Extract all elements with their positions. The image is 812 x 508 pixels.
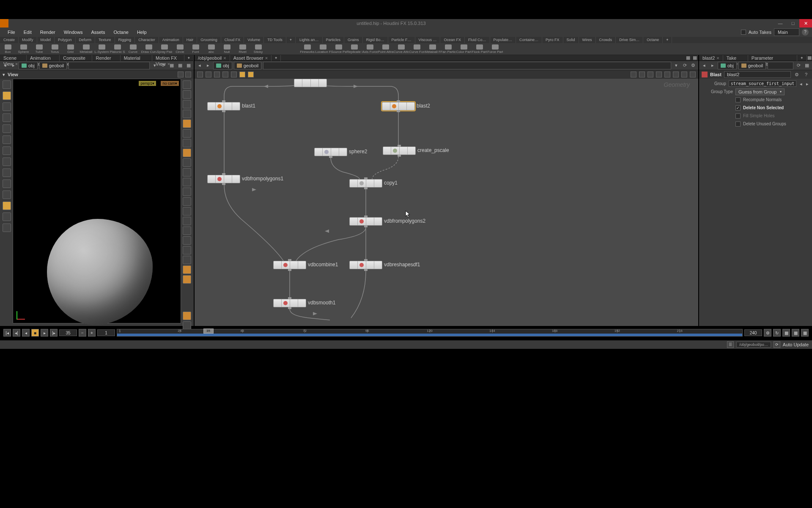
group-field[interactable]: stream_source_first_input (729, 80, 797, 87)
path-icon[interactable]: ▾ (151, 62, 158, 69)
shelf-tab[interactable]: Volume (244, 37, 264, 43)
menu-help[interactable]: Help (133, 28, 151, 37)
nav-back-icon[interactable]: ◂ (196, 62, 203, 69)
net-btn-icon[interactable] (681, 72, 687, 77)
net-btn-icon[interactable] (631, 72, 636, 77)
display-icon[interactable] (183, 246, 191, 254)
tool-icon[interactable] (3, 124, 11, 133)
display-icon[interactable] (183, 80, 191, 89)
nav-back-icon[interactable]: ◂ (701, 62, 708, 69)
shelf-tool[interactable]: Source Parti… (331, 43, 346, 55)
shelf-tool[interactable]: Fan Particles (440, 43, 456, 55)
menu-file[interactable]: File (3, 28, 19, 37)
display-icon[interactable] (183, 217, 191, 225)
auto-update-label[interactable]: Auto Update (783, 342, 809, 347)
node-vdbfrompolygons1[interactable] (207, 175, 240, 183)
timeline-opts-icon[interactable]: ⚙ (764, 329, 771, 337)
close-button[interactable]: ✕ (799, 19, 812, 28)
path-icon[interactable]: ▦ (168, 62, 175, 69)
display-icon[interactable] (183, 197, 191, 206)
shelf-tool[interactable]: Curve (125, 43, 141, 55)
shelf-tool[interactable]: Metaball Fo… (425, 43, 440, 55)
timeline-end-field[interactable]: 240 (744, 329, 762, 336)
net-btn-icon[interactable] (639, 72, 645, 77)
shelf-tool[interactable]: Spray Paint (156, 43, 172, 55)
shelf-tool[interactable]: Color Partic… (456, 43, 472, 55)
shelf-tab[interactable]: Rigging (115, 37, 135, 43)
viewport-cam-badge[interactable]: no cam▾ (161, 81, 179, 86)
shelf-tool[interactable]: Curve Force… (409, 43, 425, 55)
select-icon[interactable] (3, 113, 11, 122)
display-icon[interactable] (183, 207, 191, 215)
timeline-start-field[interactable]: 1 (97, 329, 115, 336)
path-icon[interactable]: ⟳ (160, 62, 167, 69)
display-icon[interactable] (183, 119, 191, 128)
path-field[interactable] (69, 62, 150, 69)
path-crumb-geo[interactable]: geoboil (39, 62, 67, 69)
display-icon[interactable] (183, 188, 191, 196)
net-btn-icon[interactable] (690, 72, 696, 77)
shelf-tab[interactable]: Viscous … (415, 37, 441, 43)
path-field[interactable] (768, 62, 793, 69)
pane-tab-add[interactable]: + (272, 55, 281, 61)
net-btn-icon[interactable] (656, 72, 662, 77)
timeline-frame-field[interactable]: 35 (59, 329, 77, 336)
refresh-icon[interactable]: ⟳ (774, 341, 780, 348)
shelf-tool[interactable]: Location Pa… (315, 43, 331, 55)
display-icon[interactable] (183, 226, 191, 235)
delete-non-selected-checkbox[interactable] (735, 105, 741, 110)
shelf-tool[interactable]: Flock Particl… (472, 43, 487, 55)
pane-tab-add[interactable]: + (797, 55, 807, 61)
timeline-opts-icon[interactable]: ▦ (792, 329, 799, 337)
display-icon[interactable] (183, 236, 191, 245)
shelf-tool[interactable]: Torus (47, 43, 63, 55)
timeline-next-button[interactable]: |▸ (50, 329, 58, 337)
minimize-button[interactable]: — (774, 19, 787, 28)
shelf-tab[interactable]: Fluid Co… (465, 37, 490, 43)
pane-icon[interactable]: ▦ (685, 55, 691, 61)
path-crumb-obj[interactable]: obj (213, 62, 232, 69)
net-btn-icon[interactable] (664, 72, 670, 77)
timeline-opts-icon[interactable]: ▦ (782, 329, 790, 337)
shelf-tab[interactable]: Modify (19, 37, 37, 43)
timeline-first-button[interactable]: |◂ (3, 329, 11, 337)
viewport-3d[interactable]: persp1▾ no cam▾ (13, 79, 181, 323)
shelf-tab[interactable]: TD Tools (264, 37, 286, 43)
shelf-tool[interactable]: Circle (172, 43, 188, 55)
tool-icon[interactable] (3, 179, 11, 188)
path-crumb-obj[interactable]: obj (19, 62, 38, 69)
maximize-button[interactable]: □ (787, 19, 799, 28)
tool-icon[interactable] (3, 224, 11, 232)
shelf-tab[interactable]: Crowds (596, 37, 616, 43)
timeline-cursor[interactable]: 35 (203, 329, 214, 334)
network-canvas[interactable]: Geometry (195, 79, 698, 326)
shelf-tool[interactable]: Sticky (250, 43, 266, 55)
path-field[interactable] (263, 62, 671, 69)
grouptype-dropdown[interactable]: Guess from Group (735, 88, 785, 95)
path-icon[interactable]: ▦ (804, 62, 810, 69)
shelf-tab[interactable]: Populate… (490, 37, 516, 43)
shelf-tab[interactable]: Character (135, 37, 159, 43)
tool-icon[interactable] (3, 135, 11, 144)
shelf-tab[interactable]: Drive Sim… (616, 37, 643, 43)
path-crumb-geo[interactable]: geoboil (738, 62, 766, 69)
viewport-persp-badge[interactable]: persp1▾ (139, 81, 156, 86)
shelf-tool[interactable]: Draw Curve (141, 43, 156, 55)
nav-fwd-icon[interactable]: ▸ (205, 62, 211, 69)
nav-fwd-icon[interactable]: ▸ (10, 62, 17, 69)
shelf-tool[interactable]: Sphere (16, 43, 31, 55)
tool-icon[interactable] (3, 146, 11, 155)
shelf-tab[interactable]: Deform (76, 37, 96, 43)
shelf-tab[interactable]: Ocean FX (440, 37, 465, 43)
pane-tab[interactable]: blast2× (699, 55, 723, 61)
pane-tab[interactable]: /obj/geoboil× (195, 55, 230, 61)
net-btn-icon[interactable] (248, 72, 254, 77)
next-icon[interactable]: ▸ (806, 81, 809, 86)
net-btn-icon[interactable] (214, 72, 220, 77)
shelf-tab[interactable]: Polygon (55, 37, 76, 43)
shelf-tab[interactable]: Octane (643, 37, 663, 43)
shelf-tool[interactable]: Replicate P… (346, 43, 362, 55)
display-icon[interactable] (183, 158, 191, 167)
net-btn-icon[interactable] (206, 72, 211, 77)
shelf-tab[interactable]: Particles (323, 37, 345, 43)
